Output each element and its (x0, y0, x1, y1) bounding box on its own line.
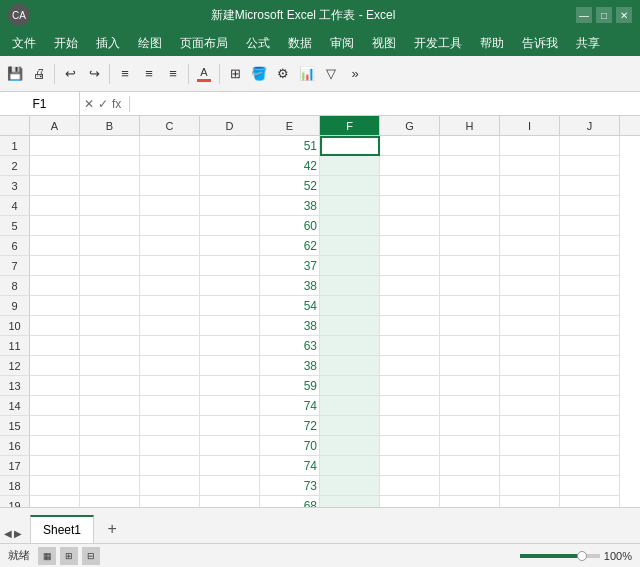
cell-g6[interactable] (380, 236, 440, 256)
cell-c11[interactable] (140, 336, 200, 356)
cell-g4[interactable] (380, 196, 440, 216)
cell-h13[interactable] (440, 376, 500, 396)
cell-i1[interactable] (500, 136, 560, 156)
cell-h15[interactable] (440, 416, 500, 436)
row-header-18[interactable]: 18 (0, 476, 30, 496)
cell-b13[interactable] (80, 376, 140, 396)
cell-j15[interactable] (560, 416, 620, 436)
cell-c7[interactable] (140, 256, 200, 276)
cell-a4[interactable] (30, 196, 80, 216)
sheet-tab-sheet1[interactable]: Sheet1 (30, 515, 94, 543)
cell-g18[interactable] (380, 476, 440, 496)
cell-i6[interactable] (500, 236, 560, 256)
cell-b4[interactable] (80, 196, 140, 216)
cell-a16[interactable] (30, 436, 80, 456)
cell-e16[interactable]: 70 (260, 436, 320, 456)
cell-a18[interactable] (30, 476, 80, 496)
cell-c15[interactable] (140, 416, 200, 436)
cell-d10[interactable] (200, 316, 260, 336)
cell-j10[interactable] (560, 316, 620, 336)
cell-g1[interactable] (380, 136, 440, 156)
row-header-2[interactable]: 2 (0, 156, 30, 176)
font-color-button[interactable]: A (193, 63, 215, 85)
cell-g14[interactable] (380, 396, 440, 416)
cell-h11[interactable] (440, 336, 500, 356)
cell-j4[interactable] (560, 196, 620, 216)
row-header-8[interactable]: 8 (0, 276, 30, 296)
cell-f11[interactable] (320, 336, 380, 356)
cell-e13[interactable]: 59 (260, 376, 320, 396)
cell-d12[interactable] (200, 356, 260, 376)
cancel-formula-icon[interactable]: ✕ (84, 97, 94, 111)
cell-i16[interactable] (500, 436, 560, 456)
undo-button[interactable]: ↩ (59, 63, 81, 85)
cell-d7[interactable] (200, 256, 260, 276)
cell-e3[interactable]: 52 (260, 176, 320, 196)
cell-g9[interactable] (380, 296, 440, 316)
sheet-scroll-left[interactable]: ◀ (4, 528, 12, 539)
formula-input[interactable] (134, 92, 640, 115)
cell-a8[interactable] (30, 276, 80, 296)
cell-i14[interactable] (500, 396, 560, 416)
cell-f19[interactable] (320, 496, 380, 507)
cell-g10[interactable] (380, 316, 440, 336)
cell-d8[interactable] (200, 276, 260, 296)
cell-c12[interactable] (140, 356, 200, 376)
cell-j9[interactable] (560, 296, 620, 316)
cell-c4[interactable] (140, 196, 200, 216)
cell-e8[interactable]: 38 (260, 276, 320, 296)
cell-h4[interactable] (440, 196, 500, 216)
cell-j3[interactable] (560, 176, 620, 196)
cell-f2[interactable] (320, 156, 380, 176)
cell-e14[interactable]: 74 (260, 396, 320, 416)
row-header-11[interactable]: 11 (0, 336, 30, 356)
cell-a11[interactable] (30, 336, 80, 356)
cell-a7[interactable] (30, 256, 80, 276)
window-controls[interactable]: — □ ✕ (576, 7, 632, 23)
cell-e9[interactable]: 54 (260, 296, 320, 316)
cell-f15[interactable] (320, 416, 380, 436)
cell-e5[interactable]: 60 (260, 216, 320, 236)
sheet-scroll-right[interactable]: ▶ (14, 528, 22, 539)
cell-b2[interactable] (80, 156, 140, 176)
cell-f12[interactable] (320, 356, 380, 376)
cell-h5[interactable] (440, 216, 500, 236)
fill-color-button[interactable]: 🪣 (248, 63, 270, 85)
cell-d11[interactable] (200, 336, 260, 356)
cell-h10[interactable] (440, 316, 500, 336)
cell-c13[interactable] (140, 376, 200, 396)
cell-j8[interactable] (560, 276, 620, 296)
confirm-formula-icon[interactable]: ✓ (98, 97, 108, 111)
cell-g17[interactable] (380, 456, 440, 476)
cell-d15[interactable] (200, 416, 260, 436)
cell-h9[interactable] (440, 296, 500, 316)
cell-g2[interactable] (380, 156, 440, 176)
cell-e15[interactable]: 72 (260, 416, 320, 436)
cell-i19[interactable] (500, 496, 560, 507)
cell-f17[interactable] (320, 456, 380, 476)
cell-a17[interactable] (30, 456, 80, 476)
cell-g3[interactable] (380, 176, 440, 196)
cell-d4[interactable] (200, 196, 260, 216)
align-center-button[interactable]: ≡ (138, 63, 160, 85)
cell-i10[interactable] (500, 316, 560, 336)
menu-tell[interactable]: 告诉我 (514, 33, 566, 54)
minimize-button[interactable]: — (576, 7, 592, 23)
cell-e7[interactable]: 37 (260, 256, 320, 276)
cell-i8[interactable] (500, 276, 560, 296)
add-sheet-button[interactable]: + (100, 517, 124, 541)
cell-h8[interactable] (440, 276, 500, 296)
cell-c8[interactable] (140, 276, 200, 296)
cell-j11[interactable] (560, 336, 620, 356)
cell-j1[interactable] (560, 136, 620, 156)
cell-h12[interactable] (440, 356, 500, 376)
maximize-button[interactable]: □ (596, 7, 612, 23)
zoom-slider[interactable] (520, 554, 600, 558)
cell-h3[interactable] (440, 176, 500, 196)
cell-e19[interactable]: 68 (260, 496, 320, 507)
cell-b9[interactable] (80, 296, 140, 316)
cell-e4[interactable]: 38 (260, 196, 320, 216)
cell-d3[interactable] (200, 176, 260, 196)
cell-f18[interactable] (320, 476, 380, 496)
cell-d16[interactable] (200, 436, 260, 456)
